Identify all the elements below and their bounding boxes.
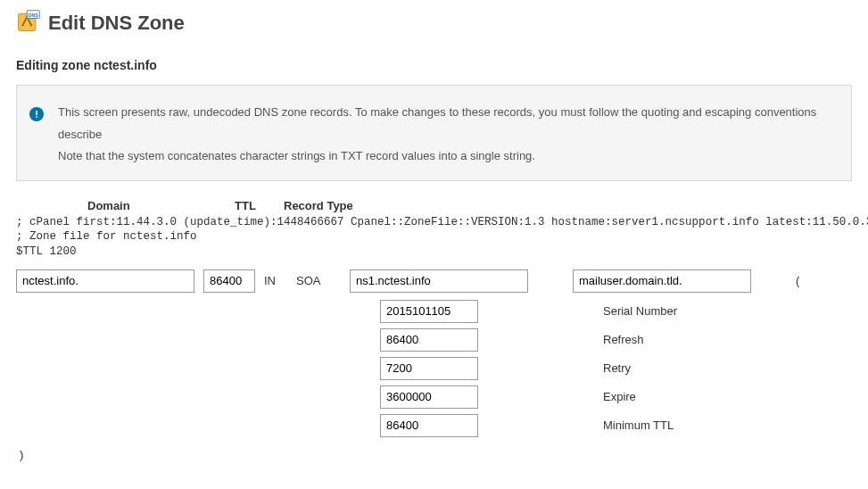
soa-close-paren: ) — [16, 448, 852, 461]
soa-ns-input[interactable] — [350, 269, 528, 293]
soa-retry-input[interactable] — [380, 357, 478, 380]
soa-serial-label: Serial Number — [603, 300, 677, 323]
soa-retry-label: Retry — [603, 357, 677, 380]
page-title: Edit DNS Zone — [48, 12, 185, 35]
soa-serial-input[interactable] — [380, 300, 478, 323]
soa-expire-label: Expire — [603, 385, 677, 409]
soa-mail-input[interactable] — [573, 269, 751, 293]
soa-class-label: IN — [264, 269, 291, 287]
soa-expire-input[interactable] — [380, 385, 478, 409]
col-record-type: Record Type — [235, 199, 353, 212]
soa-ttl-input[interactable] — [203, 269, 255, 293]
soa-record-row: IN SOA ( — [16, 269, 852, 293]
zone-file-comments: ; cPanel first:11.44.3.0 (update_time):1… — [16, 215, 852, 259]
soa-details: Serial Number Refresh Retry Expire Minim… — [16, 300, 852, 437]
column-headers: Domain TTL Record Type — [16, 199, 852, 212]
soa-refresh-input[interactable] — [380, 328, 478, 352]
col-domain: Domain — [16, 199, 105, 212]
soa-minttl-input[interactable] — [380, 414, 478, 437]
col-ttl: TTL — [105, 199, 235, 212]
soa-refresh-label: Refresh — [603, 328, 677, 352]
dns-zone-icon: DNS — [16, 9, 41, 37]
info-icon: ! — [29, 107, 44, 121]
svg-text:DNS: DNS — [29, 12, 39, 18]
soa-open-paren: ( — [796, 269, 799, 287]
soa-minttl-label: Minimum TTL — [603, 414, 677, 437]
page-header: DNS Edit DNS Zone — [16, 9, 852, 37]
info-box: ! This screen presents raw, undecoded DN… — [16, 85, 852, 181]
soa-domain-input[interactable] — [16, 269, 194, 293]
info-text: This screen presents raw, undecoded DNS … — [58, 102, 839, 168]
editing-zone-subtitle: Editing zone nctest.info — [16, 58, 852, 72]
soa-type-label: SOA — [296, 269, 350, 287]
